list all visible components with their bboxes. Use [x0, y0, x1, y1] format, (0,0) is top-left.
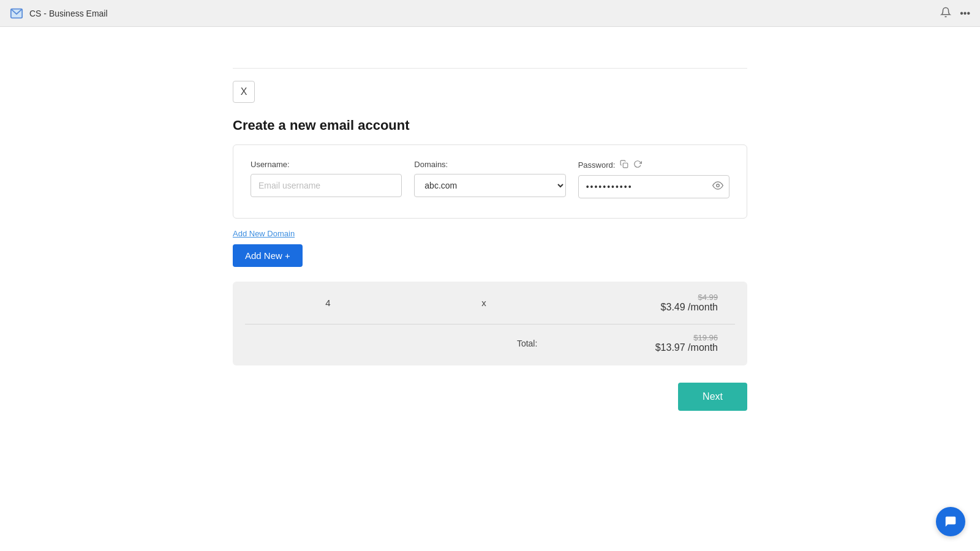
- next-button[interactable]: Next: [678, 383, 747, 411]
- total-current-price: $13.97 /month: [655, 342, 718, 353]
- topbar-title: CS - Business Email: [29, 9, 108, 18]
- bell-icon[interactable]: [940, 7, 951, 20]
- pricing-multiplier: x: [406, 298, 562, 308]
- main-content: X Create a new email account Username: D…: [0, 27, 980, 551]
- form-row: Username: Domains: abc.com example.com m…: [251, 160, 729, 198]
- page-title: Create a new email account: [233, 118, 747, 133]
- username-label: Username:: [251, 160, 402, 169]
- svg-point-2: [717, 184, 720, 187]
- password-label-row: Password:: [578, 160, 729, 170]
- pricing-table: 4 x $4.99 $3.49 /month Total: $19.96 $13…: [233, 282, 747, 365]
- add-new-button[interactable]: Add New +: [233, 244, 303, 267]
- topbar-left: CS - Business Email: [10, 7, 108, 20]
- svg-rect-1: [624, 163, 628, 168]
- total-price: $19.96 $13.97 /month: [574, 333, 730, 353]
- envelope-icon: [10, 7, 23, 20]
- username-group: Username:: [251, 160, 402, 197]
- total-original-price: $19.96: [574, 333, 718, 342]
- topbar-right: •••: [940, 7, 970, 20]
- add-new-domain-link[interactable]: Add New Domain: [233, 229, 295, 238]
- original-price: $4.99: [562, 293, 718, 302]
- copy-password-icon[interactable]: [620, 160, 628, 170]
- password-input-wrapper: [578, 175, 729, 198]
- page-body: X Create a new email account Username: D…: [233, 69, 747, 435]
- domain-group: Domains: abc.com example.com mysite.org: [414, 160, 565, 197]
- refresh-password-icon[interactable]: [633, 160, 642, 170]
- pricing-row: 4 x $4.99 $3.49 /month: [233, 282, 747, 324]
- total-label: Total:: [394, 339, 575, 348]
- show-password-icon[interactable]: [712, 180, 723, 193]
- pricing-quantity: 4: [250, 298, 406, 308]
- close-button[interactable]: X: [233, 81, 255, 103]
- username-input[interactable]: [251, 174, 402, 197]
- form-card: Username: Domains: abc.com example.com m…: [233, 144, 747, 219]
- actions-row: Next: [233, 365, 747, 411]
- current-price: $3.49 /month: [661, 302, 718, 312]
- top-strip: [233, 27, 747, 69]
- password-label: Password:: [578, 160, 616, 170]
- chat-bubble[interactable]: [936, 507, 965, 536]
- pricing-total-row: Total: $19.96 $13.97 /month: [233, 324, 747, 365]
- pricing-price: $4.99 $3.49 /month: [562, 293, 730, 313]
- more-options-icon[interactable]: •••: [960, 8, 970, 19]
- password-group: Password:: [578, 160, 729, 198]
- password-input[interactable]: [578, 175, 729, 198]
- topbar: CS - Business Email •••: [0, 0, 980, 27]
- domain-label: Domains:: [414, 160, 565, 169]
- domain-select[interactable]: abc.com example.com mysite.org: [414, 174, 565, 197]
